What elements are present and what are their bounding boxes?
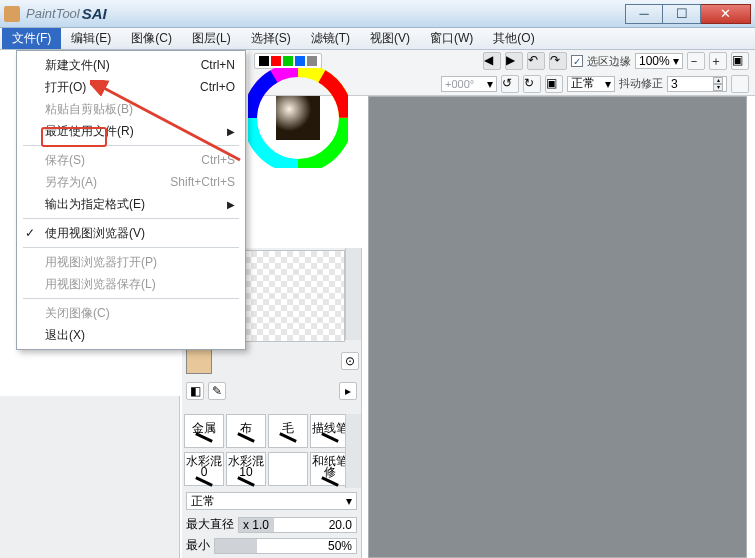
submenu-arrow-icon: ▶: [227, 199, 235, 210]
stabilizer-value: 3: [671, 77, 678, 91]
color-swatch-toggle[interactable]: [254, 53, 322, 69]
menu-select[interactable]: 选择(S): [241, 28, 301, 49]
stabilizer-stepper[interactable]: 3 ▴▾: [667, 76, 727, 92]
minimize-button[interactable]: ─: [625, 4, 663, 24]
brush-preset[interactable]: 水彩混10: [226, 452, 266, 486]
brush-preset[interactable]: 布: [226, 414, 266, 448]
brush-preset[interactable]: 毛: [268, 414, 308, 448]
step-up-icon[interactable]: ▴: [713, 77, 723, 84]
window-titlebar: PaintTool SAI ─ ☐ ✕: [0, 0, 755, 28]
app-title-main: SAI: [82, 5, 107, 22]
menu-new-file[interactable]: 新建文件(N)Ctrl+N: [17, 54, 245, 76]
menu-open-viewer[interactable]: 用视图浏览器打开(P): [17, 251, 245, 273]
swatch-black-icon: [259, 56, 269, 66]
menu-use-viewer[interactable]: ✓使用视图浏览器(V): [17, 222, 245, 244]
stabilizer-label: 抖动修正: [619, 76, 663, 91]
app-icon: [4, 6, 20, 22]
menu-image[interactable]: 图像(C): [121, 28, 182, 49]
eraser-icon[interactable]: ◧: [186, 382, 204, 400]
zoom-value: 100%: [639, 54, 670, 68]
zoom-fit-button[interactable]: ▣: [731, 52, 749, 70]
brush-preset[interactable]: 描线笔: [310, 414, 350, 448]
max-size-value: 20.0: [329, 518, 352, 532]
menu-open[interactable]: 打开(O)Ctrl+O: [17, 76, 245, 98]
brush-preset[interactable]: 水彩混0: [184, 452, 224, 486]
menu-layer[interactable]: 图层(L): [182, 28, 241, 49]
brush-preset[interactable]: 和纸笔修: [310, 452, 350, 486]
swatch-grey-icon: [307, 56, 317, 66]
chevron-down-icon: ▾: [605, 77, 611, 91]
brush-icon[interactable]: ✎: [208, 382, 226, 400]
menubar: 文件(F) 编辑(E) 图像(C) 图层(L) 选择(S) 滤镜(T) 视图(V…: [0, 28, 755, 50]
menu-save-as[interactable]: 另存为(A)Shift+Ctrl+S: [17, 171, 245, 193]
zoom-in-button[interactable]: ＋: [709, 52, 727, 70]
rotate-cw-button[interactable]: ↻: [523, 75, 541, 93]
window-controls: ─ ☐ ✕: [625, 4, 751, 24]
canvas-area[interactable]: [368, 96, 747, 558]
zoom-select[interactable]: 100%▾: [635, 53, 683, 69]
app-title-prefix: PaintTool: [26, 6, 80, 21]
menu-separator: [23, 298, 239, 299]
layer-blend-select[interactable]: 正常▾: [567, 76, 615, 92]
rotate-value: +000°: [445, 78, 474, 90]
close-button[interactable]: ✕: [701, 4, 751, 24]
chevron-down-icon: ▾: [673, 54, 679, 68]
menu-exit[interactable]: 退出(X): [17, 324, 245, 346]
swatch-green-icon: [283, 56, 293, 66]
chevron-down-icon: ▾: [346, 494, 352, 508]
menu-export[interactable]: 输出为指定格式(E)▶: [17, 193, 245, 215]
swatch-red-icon: [271, 56, 281, 66]
color-wheel[interactable]: [248, 68, 348, 168]
brush-preset[interactable]: 金属: [184, 414, 224, 448]
menu-close-image[interactable]: 关闭图像(C): [17, 302, 245, 324]
menu-save-viewer[interactable]: 用视图浏览器保存(L): [17, 273, 245, 295]
menu-file[interactable]: 文件(F): [2, 28, 61, 49]
fg-color-swatch[interactable]: [186, 348, 212, 374]
brush-preset-row-2: 水彩混0 水彩混10 和纸笔修: [182, 450, 361, 488]
max-size-slider[interactable]: x 1.0 20.0: [238, 517, 357, 533]
menu-view[interactable]: 视图(V): [360, 28, 420, 49]
nav-next-button[interactable]: ▶: [505, 52, 523, 70]
swatch-blue-icon: [295, 56, 305, 66]
menu-separator: [23, 247, 239, 248]
rotate-select[interactable]: +000°▾: [441, 76, 497, 92]
menu-edit[interactable]: 编辑(E): [61, 28, 121, 49]
nav-prev-button[interactable]: ◀: [483, 52, 501, 70]
min-size-slider[interactable]: 50%: [214, 538, 357, 554]
zoom-out-button[interactable]: －: [687, 52, 705, 70]
eyedrop-icon[interactable]: ⊙: [341, 352, 359, 370]
layer-panel: [0, 396, 180, 558]
check-icon: ✓: [25, 226, 35, 240]
preset-scrollbar[interactable]: [345, 414, 361, 488]
redo-button[interactable]: ↷: [549, 52, 567, 70]
max-size-label: 最大直径: [186, 516, 234, 533]
min-size-label: 最小: [186, 537, 210, 554]
submenu-arrow-icon: ▶: [227, 126, 235, 137]
menu-recent-files[interactable]: 最近使用文件(R)▶: [17, 120, 245, 142]
menu-filter[interactable]: 滤镜(T): [301, 28, 360, 49]
maximize-button[interactable]: ☐: [663, 4, 701, 24]
menu-save[interactable]: 保存(S)Ctrl+S: [17, 149, 245, 171]
rotate-ccw-button[interactable]: ↺: [501, 75, 519, 93]
rotate-reset-button[interactable]: ▣: [545, 75, 563, 93]
sel-edge-label: 选区边缘: [587, 54, 631, 69]
layer-blend-value: 正常: [571, 75, 595, 92]
min-size-value: 50%: [328, 539, 352, 553]
brush-preset-row-1: 金属 布 毛 描线笔: [182, 412, 361, 450]
file-menu-dropdown: 新建文件(N)Ctrl+N 打开(O)Ctrl+O 粘贴自剪贴板(B) 最近使用…: [16, 50, 246, 350]
step-down-icon[interactable]: ▾: [713, 84, 723, 91]
menu-separator: [23, 218, 239, 219]
brush-preset-empty[interactable]: [268, 452, 308, 486]
sel-edge-checkbox[interactable]: ✓: [571, 55, 583, 67]
stabilizer-extra-button[interactable]: [731, 75, 749, 93]
undo-button[interactable]: ↶: [527, 52, 545, 70]
chevron-down-icon: ▾: [487, 77, 493, 91]
brush-blend-select[interactable]: 正常 ▾: [186, 492, 357, 510]
menu-other[interactable]: 其他(O): [483, 28, 544, 49]
menu-paste-clipboard[interactable]: 粘贴自剪贴板(B): [17, 98, 245, 120]
menu-window[interactable]: 窗口(W): [420, 28, 483, 49]
svg-rect-5: [276, 96, 320, 140]
pattern-scrollbar[interactable]: [345, 248, 361, 340]
more-tool-icon[interactable]: ▸: [339, 382, 357, 400]
max-size-prefix: x 1.0: [243, 518, 269, 532]
